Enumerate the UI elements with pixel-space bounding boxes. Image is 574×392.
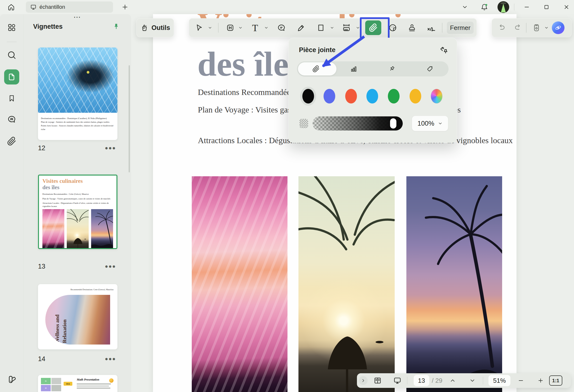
plus-icon [537, 377, 544, 384]
thumb-heading: des îles [42, 184, 113, 191]
chevron-down-icon [330, 26, 334, 30]
pin-icon [112, 23, 120, 30]
color-swatch-red[interactable] [345, 89, 357, 103]
pin-panel-button[interactable] [112, 22, 121, 31]
auto-pin-button[interactable] [438, 44, 450, 56]
comment-tool-button[interactable] [275, 21, 288, 35]
page-number-input[interactable]: 13 [414, 375, 429, 386]
tab-tag[interactable] [411, 61, 449, 77]
ai-assistant-button[interactable] [552, 21, 565, 34]
save-button[interactable] [530, 21, 543, 34]
statusbar-divider [407, 377, 407, 384]
page-total: / 29 [430, 373, 444, 388]
panel-drag-handle[interactable]: ⋯ [24, 14, 131, 21]
color-swatch-cyan[interactable] [367, 89, 378, 103]
page-layout-button[interactable] [372, 376, 383, 385]
close-icon [563, 4, 570, 10]
sidebar-item-apps[interactable] [5, 21, 19, 34]
undo-button[interactable] [496, 22, 508, 34]
next-page-button[interactable] [469, 377, 476, 384]
emoji-sticker [109, 378, 114, 383]
select-tool-button[interactable] [192, 21, 206, 35]
heading-tool-button[interactable] [224, 21, 237, 35]
select-tool-dropdown[interactable] [207, 24, 213, 32]
shape-tool-dropdown[interactable] [329, 24, 335, 32]
opacity-slider[interactable] [313, 116, 403, 131]
opacity-dropdown[interactable]: 100% [412, 116, 448, 131]
opacity-slider-handle[interactable] [390, 118, 396, 129]
signature-tool-button[interactable] [424, 21, 439, 35]
statusbar-divider [483, 377, 483, 384]
page-label-row: 14 ●●● [38, 354, 117, 364]
tab-pin[interactable] [373, 61, 410, 77]
transparency-chip[interactable] [299, 119, 308, 128]
comment-icon [7, 115, 16, 124]
chevron-down-icon [469, 377, 475, 384]
document-tab[interactable]: échantillon [26, 1, 113, 13]
chevron-down-icon [238, 26, 243, 30]
rail-divider [7, 42, 17, 42]
sidebar-item-appearance[interactable] [5, 372, 19, 386]
text-tool-button[interactable]: T [248, 21, 262, 35]
thumbnail-page-14[interactable]: Recommended Destinations: Crete (Greece)… [38, 284, 117, 349]
stamp-tool-button[interactable] [405, 21, 419, 35]
page-icon [8, 73, 16, 81]
close-tools-button[interactable]: Fermer [447, 22, 474, 34]
pin-cursor-icon [439, 45, 448, 55]
heading-tool-dropdown[interactable] [238, 24, 243, 32]
maximize-button[interactable] [541, 3, 552, 11]
close-button[interactable] [561, 3, 572, 11]
previous-page-button[interactable] [449, 377, 456, 384]
chevron-down-icon [462, 4, 468, 10]
sidebar-item-bookmarks[interactable] [5, 92, 19, 105]
sidebar-item-comments[interactable] [5, 113, 19, 126]
thumb-heading-accent: Visites culinaires [42, 178, 113, 184]
minimize-button[interactable] [521, 3, 532, 11]
zoom-level-input[interactable]: 51% [489, 375, 511, 386]
rectangle-icon [316, 23, 325, 32]
photo-pink-sunset [192, 176, 287, 392]
actual-size-button[interactable]: 1:1 [549, 375, 562, 386]
new-tab-button[interactable] [120, 2, 130, 12]
page-menu-button[interactable]: ●●● [103, 355, 117, 362]
save-dropdown[interactable] [544, 24, 549, 32]
presentation-mode-button[interactable] [392, 376, 403, 385]
collapse-toolbar-button[interactable] [459, 3, 470, 11]
minimize-icon [524, 4, 530, 10]
color-swatch-yellow[interactable] [410, 89, 421, 103]
page-menu-button[interactable]: ●●● [103, 145, 117, 152]
home-button[interactable] [6, 2, 17, 12]
plus-icon [121, 3, 129, 11]
redo-button[interactable] [512, 22, 524, 34]
thumb-line: Plan de Voyage : Visites gastronomiques,… [42, 197, 113, 200]
sidebar-item-attachments[interactable] [5, 134, 19, 148]
zoom-out-button[interactable] [517, 377, 524, 384]
color-swatch-rainbow[interactable] [431, 89, 442, 103]
cursor-icon [195, 24, 203, 32]
notifications-button[interactable] [479, 2, 490, 12]
thumbnail-page-partial[interactable]: 01 02 idea Math Presentation [38, 375, 117, 392]
window-controls-divider [514, 4, 514, 10]
avatar-image [501, 4, 506, 12]
color-swatch-blue[interactable] [324, 89, 335, 103]
save-icon [532, 23, 541, 32]
expand-statusbar-button[interactable] [359, 376, 368, 385]
zoom-in-button[interactable] [537, 377, 544, 384]
color-swatch-green[interactable] [388, 89, 400, 103]
page-menu-button[interactable]: ●●● [103, 263, 117, 270]
tools-button[interactable]: Outils [136, 18, 174, 37]
pen-tool-button[interactable] [294, 21, 308, 35]
user-avatar[interactable] [497, 1, 509, 13]
chevron-down-icon [264, 26, 268, 30]
text-tool-dropdown[interactable] [263, 24, 269, 32]
thumbnail-page-13-selected[interactable]: Visites culinaires des îles Destinations… [38, 175, 117, 249]
sidebar-item-search[interactable] [5, 48, 19, 62]
sidebar-item-thumbnails[interactable] [4, 69, 19, 84]
pen-icon [297, 23, 306, 32]
panel-scrollbar[interactable] [129, 65, 130, 172]
grid-icon [7, 23, 16, 32]
thumbnails-panel: ⋯ Vignettes Destinations recommandées : … [24, 14, 131, 392]
color-swatch-black-selected[interactable] [302, 89, 314, 103]
thumbnail-page-12[interactable]: Destinations recommandées : Dominique (C… [38, 47, 117, 140]
thumb-arch-text: Wellness and Relaxation [54, 296, 68, 343]
